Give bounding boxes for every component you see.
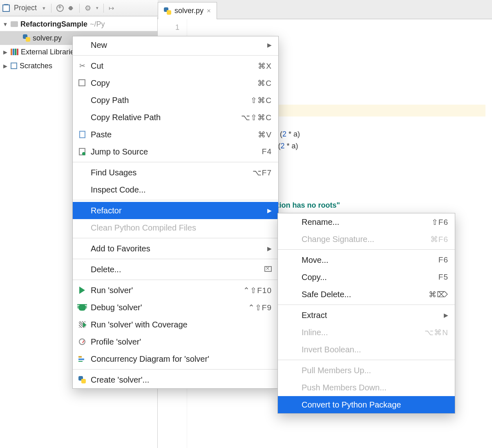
collapse-all-icon[interactable] (67, 4, 74, 12)
menu-run-coverage[interactable]: Run 'solver' with Coverage (73, 316, 278, 333)
menu-create[interactable]: Create 'solver'... (73, 371, 278, 388)
paste-icon (79, 131, 85, 138)
editor-tab-solver[interactable]: solver.py × (158, 2, 217, 19)
separator (73, 259, 278, 259)
menu-delete[interactable]: Delete... (73, 261, 278, 278)
submenu-pull-up: Pull Members Up... (278, 362, 455, 379)
run-icon (79, 287, 85, 294)
menu-clean-compiled: Clean Python Compiled Files (73, 219, 278, 236)
menu-concurrency[interactable]: Concurrency Diagram for 'solver' (73, 350, 278, 367)
file-label: solver.py (33, 34, 62, 43)
scratches-label: Scratches (20, 62, 52, 70)
separator (73, 162, 278, 162)
menu-run[interactable]: Run 'solver'⌃⇧F10 (73, 282, 278, 299)
separator (51, 4, 51, 13)
separator (278, 305, 455, 305)
profile-icon (79, 338, 85, 345)
project-label[interactable]: Project (14, 4, 37, 12)
ext-libs-label: External Libraries (21, 48, 78, 56)
separator (278, 249, 455, 250)
menu-find-usages[interactable]: Find Usages⌥F7 (73, 164, 278, 181)
submenu-inline: Inline...⌥⌘N (278, 324, 455, 341)
submenu-change-signature: Change Signature...⌘F6 (278, 231, 455, 248)
menu-copy[interactable]: Copy⌘C (73, 74, 278, 92)
scratches-icon (11, 63, 17, 69)
submenu-safe-delete[interactable]: Safe Delete...⌘⌦ (278, 286, 455, 303)
menu-add-to-favorites[interactable]: Add to Favorites▶ (73, 240, 278, 257)
python-file-icon (78, 376, 86, 383)
scroll-from-source-icon[interactable] (56, 4, 64, 12)
tab-label: solver.py (174, 7, 204, 15)
menu-paste[interactable]: Paste⌘V (73, 126, 278, 143)
menu-jump-to-source[interactable]: Jump to SourceF4 (73, 143, 278, 160)
menu-copy-path[interactable]: Copy Path⇧⌘C (73, 92, 278, 109)
refactor-submenu: Rename...⇧F6 Change Signature...⌘F6 Move… (277, 213, 455, 414)
separator (73, 200, 278, 200)
menu-cut[interactable]: ✂Cut⌘X (73, 57, 278, 74)
submenu-move[interactable]: Move...F6 (278, 251, 455, 269)
project-tool-window-icon (2, 4, 10, 12)
menu-profile[interactable]: Profile 'solver' (73, 333, 278, 350)
tree-root[interactable]: ▼ RefactoringSample ~/Py (0, 17, 157, 31)
jump-icon (79, 148, 85, 155)
chevron-right-icon[interactable]: ▶ (2, 49, 8, 55)
separator (103, 4, 104, 13)
menu-copy-relative-path[interactable]: Copy Relative Path⌥⇧⌘C (73, 109, 278, 126)
hide-icon[interactable]: ↦ (109, 4, 114, 12)
delete-icon (264, 266, 272, 272)
separator (79, 4, 80, 13)
separator (278, 360, 455, 360)
bug-icon (78, 304, 86, 311)
root-path: ~/Py (90, 20, 105, 29)
submenu-copy[interactable]: Copy...F5 (278, 269, 455, 286)
scissors-icon: ✂ (79, 61, 85, 70)
context-menu: New▶ ✂Cut⌘X Copy⌘C Copy Path⇧⌘C Copy Rel… (72, 36, 279, 389)
menu-inspect-code[interactable]: Inspect Code... (73, 181, 278, 198)
separator (73, 238, 278, 238)
libraries-icon (11, 49, 18, 55)
submenu-rename[interactable]: Rename...⇧F6 (278, 213, 455, 231)
submenu-push-down: Push Members Down... (278, 379, 455, 396)
concurrency-icon (78, 356, 86, 362)
menu-debug[interactable]: Debug 'solver'⌃⇧F9 (73, 299, 278, 316)
menu-refactor[interactable]: Refactor▶ (73, 202, 278, 219)
separator (73, 280, 278, 280)
menu-new[interactable]: New▶ (73, 36, 278, 54)
separator (73, 369, 278, 370)
separator (73, 55, 278, 56)
python-file-icon (23, 34, 30, 42)
python-file-icon (164, 7, 171, 15)
submenu-convert-to-package[interactable]: Convert to Python Package (278, 396, 455, 413)
chevron-down-icon[interactable]: ▼ (42, 6, 46, 11)
close-icon[interactable]: × (207, 7, 211, 15)
chevron-down-icon[interactable]: ▼ (2, 21, 8, 27)
gear-icon[interactable]: ⚙ (85, 5, 91, 11)
chevron-right-icon[interactable]: ▶ (2, 63, 8, 69)
coverage-icon (79, 321, 85, 328)
copy-icon (79, 80, 85, 86)
submenu-extract[interactable]: Extract▶ (278, 307, 455, 324)
submenu-invert-boolean: Invert Boolean... (278, 341, 455, 358)
folder-icon (11, 21, 18, 27)
line-number: 1 (158, 22, 179, 34)
root-name: RefactoringSample (20, 20, 87, 29)
editor-tabs-bar: solver.py × (158, 0, 492, 19)
chevron-down-icon[interactable]: ▾ (96, 5, 98, 11)
